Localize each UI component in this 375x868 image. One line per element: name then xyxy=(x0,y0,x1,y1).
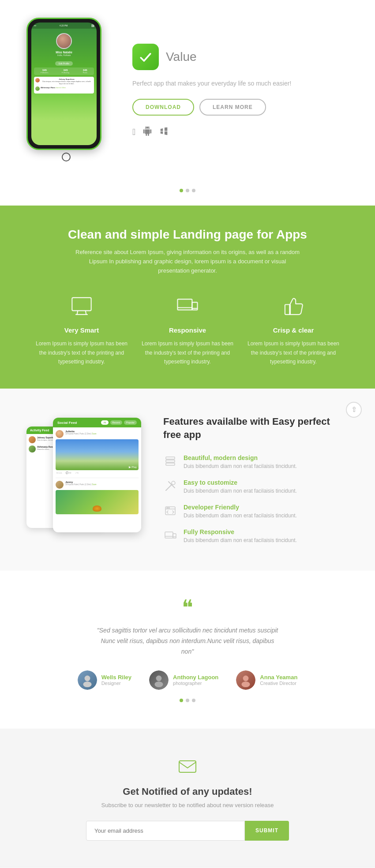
feature-beautiful: Beautiful, modern design Duis bibendum d… xyxy=(163,454,349,470)
svg-rect-20 xyxy=(173,534,176,538)
phone-stats: 345 Followers 345 Following 345 Posts xyxy=(34,67,94,75)
feature-responsive-desc: Duis bibendum diam non erat facilaisis t… xyxy=(184,536,297,544)
author-anna: Anna Yeaman Creative Director xyxy=(236,670,297,690)
feature-responsive-title: Fully Responsive xyxy=(184,528,297,535)
feed-item-2: Abhimanyu Rana shared a Video xyxy=(35,86,93,91)
newsletter-section: Get Notified of any updates! Subscribe t… xyxy=(0,729,375,867)
svg-line-12 xyxy=(166,484,172,490)
svg-point-28 xyxy=(242,681,250,687)
carousel-dot-3[interactable] xyxy=(192,189,195,192)
author-avatar-wells xyxy=(78,670,97,690)
screenshot-front: Social Feed All Recent Popular Juliette xyxy=(53,418,141,532)
features-section-title: Features availalbe with Easy perfect fre… xyxy=(163,415,349,442)
testimonial-authors: Wells Riley Designer Anthony Lagoon phot… xyxy=(35,670,340,690)
test-dot-2[interactable] xyxy=(186,699,189,702)
app-name: Value xyxy=(166,50,197,64)
phone-feed: Johnny Superhero Duis tempus, est a temp… xyxy=(34,77,94,94)
svg-point-23 xyxy=(84,675,90,681)
quote-text: "Sed sagittis tortor vel arcu sollicitud… xyxy=(95,625,280,657)
phone-avatar xyxy=(56,33,72,49)
feature-item-responsive: Responsive Lorem Ipsum is simply Ipsum h… xyxy=(141,293,234,366)
feature-item-smart: Very Smart Lorem Ipsum is simply Ipsum h… xyxy=(35,293,128,366)
phone-stat-posts: 345 Posts xyxy=(83,69,87,74)
submit-button[interactable]: SUBMIT xyxy=(245,821,289,841)
test-dot-1[interactable] xyxy=(180,699,183,702)
author-anthony-name: Anthony Lagoon xyxy=(173,674,218,681)
svg-line-1 xyxy=(77,311,78,315)
email-icon xyxy=(176,755,199,777)
phone-screen: ▪▪▪4:20 PM▐▐ Miss Natalie India, Kolkata… xyxy=(31,22,97,145)
hero-buttons: DOWNLOAD LEARN MORE xyxy=(132,99,349,116)
feature-developer-desc: Duis bibendum diam non erat facilaisis t… xyxy=(184,512,297,520)
ss-feed-item-1: Juliette 19 loyola Hotel, Paris (2.2km) … xyxy=(56,430,139,478)
ss-tab-recent[interactable]: Recent xyxy=(110,420,122,425)
feature-beautiful-title: Beautiful, modern design xyxy=(184,454,297,461)
author-wells-name: Wells Riley xyxy=(101,674,131,681)
feature-smart-desc: Lorem Ipsum is simply Ipsum has been the… xyxy=(35,339,128,366)
code-icon xyxy=(163,504,177,518)
svg-rect-4 xyxy=(177,299,192,310)
app-icon xyxy=(132,44,159,70)
feature-responsive: Fully Responsive Duis bibendum diam non … xyxy=(163,528,349,544)
feature-customize-desc: Duis bibendum diam non erat facilaisis t… xyxy=(184,487,297,495)
carousel-dot-1[interactable] xyxy=(180,189,183,192)
wrench-icon xyxy=(163,479,177,493)
download-button[interactable]: DOWNLOAD xyxy=(132,99,194,116)
email-input[interactable] xyxy=(86,821,245,841)
feature-list: Beautiful, modern design Duis bibendum d… xyxy=(163,454,349,544)
newsletter-form: SUBMIT xyxy=(86,821,289,841)
svg-line-2 xyxy=(86,311,86,315)
author-avatar-anna xyxy=(236,670,255,690)
feature-responsive-desc: Lorem Ipsum is simply Ipsum has been the… xyxy=(141,339,234,366)
feature-responsive-title: Responsive xyxy=(141,326,234,334)
responsive-icon xyxy=(174,293,201,319)
features-text: Features availalbe with Easy perfect fre… xyxy=(163,415,349,545)
fully-responsive-icon xyxy=(163,528,177,542)
author-wells: Wells Riley Designer xyxy=(78,670,131,690)
green-features-section: Clean and simple Landing page for Apps R… xyxy=(0,206,375,389)
svg-rect-29 xyxy=(179,761,196,772)
quote-icon: ❝ xyxy=(35,597,340,618)
ss-tab-all[interactable]: All xyxy=(101,420,108,425)
learn-more-button[interactable]: LEARN MORE xyxy=(199,99,266,116)
phone-stat-followers: 345 Followers xyxy=(41,69,48,74)
app-tagline: Perfect app that makes your everyday lif… xyxy=(132,79,349,88)
author-avatar-anthony xyxy=(149,670,169,690)
testimonial-carousel-dots xyxy=(35,699,340,702)
phone-body: ▪▪▪4:20 PM▐▐ Miss Natalie India, Kolkata… xyxy=(26,18,101,150)
test-dot-3[interactable] xyxy=(192,699,195,702)
ss-title: Social Feed xyxy=(57,421,77,425)
hero-section: ▪▪▪4:20 PM▐▐ Miss Natalie India, Kolkata… xyxy=(0,0,375,182)
hero-info: Value Perfect app that makes your everyd… xyxy=(132,44,349,138)
svg-rect-19 xyxy=(165,532,173,538)
svg-rect-9 xyxy=(166,457,175,459)
feature-item-crisp: Crisp & clear Lorem Ipsum is simply Ipsu… xyxy=(247,293,340,366)
svg-point-27 xyxy=(243,675,249,681)
svg-rect-0 xyxy=(72,298,91,311)
svg-rect-11 xyxy=(166,463,175,465)
feature-customize-title: Easy to customize xyxy=(184,479,297,486)
phone-content: Miss Natalie India, Kolkata Edit Profile… xyxy=(31,29,97,96)
green-section-title: Clean and simple Landing page for Apps xyxy=(35,228,340,242)
phone-username: Miss Natalie xyxy=(34,51,94,54)
svg-point-24 xyxy=(83,681,91,687)
checkmark-icon xyxy=(138,49,154,65)
feature-crisp-desc: Lorem Ipsum is simply Ipsum has been the… xyxy=(247,339,340,366)
author-anna-name: Anna Yeaman xyxy=(260,674,297,681)
android-icon xyxy=(142,126,152,138)
app-features-section: Activity Feed Johnny Superhero Duis temp… xyxy=(0,389,375,571)
phone-mockup: ▪▪▪4:20 PM▐▐ Miss Natalie India, Kolkata… xyxy=(26,18,106,164)
phone-edit-profile-btn[interactable]: Edit Profile xyxy=(55,61,73,66)
back-to-top-features[interactable]: ⇧ xyxy=(346,402,362,418)
feature-developer: Developer Friendly Duis bibendum diam no… xyxy=(163,504,349,520)
svg-point-26 xyxy=(154,681,163,687)
app-header: Value xyxy=(132,44,349,70)
feed-avatar-1 xyxy=(35,78,40,82)
ss-tab-popular[interactable]: Popular xyxy=(124,420,137,425)
hero-carousel-dots xyxy=(0,189,375,206)
author-anthony-role: photographer xyxy=(173,681,218,686)
apple-icon:  xyxy=(132,127,135,137)
carousel-dot-2[interactable] xyxy=(186,189,189,192)
layers-icon xyxy=(163,454,177,468)
phone-location: India, Kolkata xyxy=(34,54,94,56)
